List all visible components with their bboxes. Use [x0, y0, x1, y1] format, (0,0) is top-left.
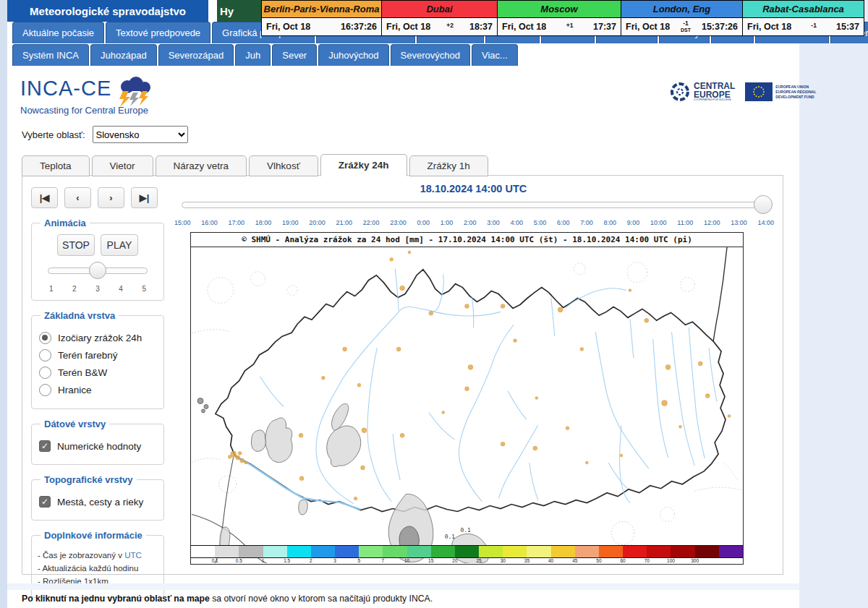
scale-label: 3 [333, 558, 336, 563]
scale-color-cell [431, 546, 455, 557]
info-lines: - Čas je zobrazovaný v UTC- Aktualizácia… [38, 551, 158, 586]
nav-tab[interactable]: Systém INCA [12, 44, 89, 66]
base-layer-options: Izočiary zrážok 24hTerén farebnýTerén B&… [38, 332, 158, 396]
option-label: Terén B&W [58, 367, 107, 378]
nav-tab[interactable]: Juhovýchod [318, 44, 388, 66]
tab-n-razy-vetra[interactable]: Nárazy vetra [156, 155, 247, 176]
scale-label: 7 [382, 558, 385, 563]
page-left-margin [0, 0, 7, 608]
topo-layer-option[interactable]: ✓Mestá, cesty a rieky [39, 496, 156, 508]
nav-tab[interactable]: Aktuálne počasie [12, 22, 104, 43]
scale-label: 300 [691, 558, 699, 563]
timeline-tick: 0:00 [417, 219, 430, 226]
scale-label: 5 [357, 558, 360, 563]
radio-unchecked[interactable] [39, 384, 51, 396]
data-layers-fieldset: Dátové vrstvy ✓Numerické hodnoty [31, 419, 164, 465]
precipitation-map[interactable]: © SHMÚ - Analýza zrážok za 24 hod [mm] -… [190, 232, 744, 565]
clock-time-value: 17:37 [593, 22, 616, 32]
speed-tick-label: 4 [119, 285, 123, 293]
cloud-lightning-icon [111, 77, 156, 107]
speed-slider-handle[interactable] [89, 262, 106, 279]
scale-color-cell [335, 546, 359, 557]
time-slider-handle[interactable] [754, 195, 773, 214]
base-layer-option[interactable]: Izočiary zrážok 24h [39, 332, 156, 344]
timeline-tick: 8:00 [604, 219, 617, 226]
nav-tab[interactable]: Juhozápad [90, 44, 157, 66]
footer-note: Po kliknutí na jednu vybranú oblasť na m… [22, 594, 433, 604]
base-layer-option[interactable]: Hranice [39, 384, 156, 396]
inca-logo-title: INCA-CE [20, 77, 111, 100]
scale-color-cell [479, 546, 503, 557]
first-frame-button[interactable]: |◀ [31, 187, 58, 208]
scale-label: 15 [428, 558, 433, 563]
data-layer-option[interactable]: ✓Numerické hodnoty [39, 440, 156, 452]
footer-note-bold: Po kliknutí na jednu vybranú oblasť na m… [22, 594, 210, 604]
radio-unchecked[interactable] [39, 367, 51, 379]
scale-label: 45 [572, 558, 577, 563]
scale-label: 2 [310, 558, 312, 563]
tab-zr-ky-1h[interactable]: Zrážky 1h [409, 155, 488, 176]
scale-label: 35 [524, 558, 529, 563]
tab-teplota[interactable]: Teplota [22, 155, 90, 176]
clock-time-value: 16:37:26 [341, 22, 377, 32]
base-layer-option[interactable]: Terén B&W [39, 367, 156, 379]
nav-tab[interactable]: Viac... [472, 44, 518, 66]
map-datetime: 18.10.2024 14:00 UTC [171, 183, 775, 194]
next-frame-button[interactable]: › [98, 187, 124, 208]
nav-tab[interactable]: Textové predpovede [106, 22, 210, 43]
timeline-tick: 20:00 [309, 219, 326, 226]
nav-tab[interactable]: Severozápad [158, 44, 234, 66]
city-marker [629, 289, 631, 292]
tab-zr-ky-24h[interactable]: Zrážky 24h [320, 154, 407, 176]
city-marker [580, 348, 584, 351]
inca-logo: INCA-CE Nowcasting for Central Europe [20, 77, 156, 116]
scale-color-cell [575, 546, 599, 557]
timeline-tick: 15:00 [174, 219, 191, 226]
nav-tab[interactable]: Juh [235, 44, 271, 66]
scale-color-cell [719, 546, 743, 557]
prev-frame-button[interactable]: ‹ [64, 187, 91, 208]
base-layer-option[interactable]: Terén farebný [39, 349, 156, 361]
scale-color-cell [359, 546, 383, 557]
scale-color-cell [287, 546, 311, 557]
play-button[interactable]: PLAY [101, 234, 138, 256]
city-marker [238, 452, 242, 455]
ce-tagline: COOPERATING FOR SUCCESS [694, 99, 735, 102]
region-select[interactable]: Slovensko [93, 126, 188, 143]
topo-layers-legend: Topografické vrstvy [41, 474, 137, 485]
time-slider-track[interactable] [182, 202, 767, 208]
radio-checked[interactable] [39, 332, 51, 344]
option-label: Terén farebný [58, 350, 118, 361]
partner-logos: CENTRAL EUROPE COOPERATING FOR SUCCESS E… [669, 81, 816, 103]
scale-color-cell [503, 546, 527, 557]
world-clock: DubaiFri, Oct 18+218:37 [381, 0, 498, 36]
city-marker [678, 425, 681, 428]
world-clock: Rabat-CasablancaFri, Oct 18-115:37 [742, 0, 864, 36]
tab-vietor[interactable]: Vietor [92, 155, 153, 176]
city-marker [566, 427, 569, 430]
checkbox-checked[interactable]: ✓ [39, 440, 51, 452]
topo-layers-fieldset: Topografické vrstvy ✓Mestá, cesty a riek… [31, 474, 164, 521]
option-label: Numerické hodnoty [57, 441, 141, 452]
city-marker [665, 364, 671, 369]
info-line: - Čas je zobrazovaný v UTC [38, 551, 158, 560]
scale-color-cell [311, 546, 335, 557]
clock-time-row: Fri, Oct 18+117:37 [498, 18, 621, 35]
checkbox-checked[interactable]: ✓ [39, 496, 51, 508]
scale-color-cell [599, 546, 623, 557]
eu-flag-icon [745, 82, 773, 101]
utc-link[interactable]: UTC [124, 551, 142, 560]
inca-logo-subtitle: Nowcasting for Central Europe [20, 105, 156, 116]
stop-button[interactable]: STOP [57, 234, 95, 256]
nav-tab[interactable]: Severovýchod [391, 44, 470, 66]
info-line: - Aktualizácia každú hodinu [38, 564, 158, 573]
scale-color-cell [407, 546, 431, 557]
speed-tick-label: 5 [142, 285, 146, 293]
timeline-tick: 7:00 [580, 219, 593, 226]
last-frame-button[interactable]: ▶| [131, 187, 158, 208]
radio-unchecked[interactable] [39, 349, 51, 361]
nav-tab[interactable]: Sever [272, 44, 317, 66]
contour-label: 0.1 [445, 534, 456, 540]
clock-offset-sup: +2 [446, 23, 454, 28]
tab-vlhkos-[interactable]: Vlhkosť [249, 155, 318, 176]
